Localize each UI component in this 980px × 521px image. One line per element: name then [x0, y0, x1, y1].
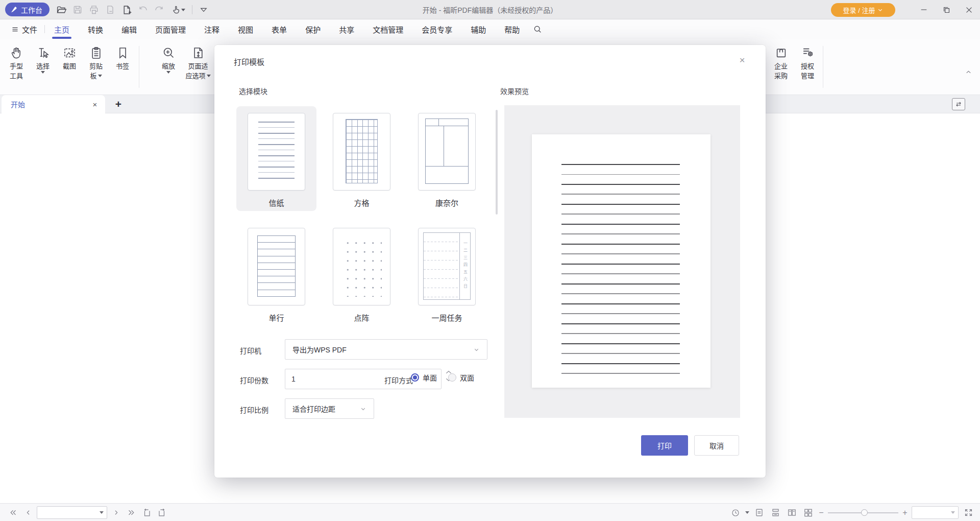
- tab-comment[interactable]: 注释: [195, 19, 229, 39]
- tab-assist[interactable]: 辅助: [461, 19, 495, 39]
- clipboard-button[interactable]: 剪贴 板: [83, 44, 109, 81]
- enterprise-purchase-button[interactable]: 企业 采购: [768, 44, 794, 81]
- tab-help[interactable]: 帮助: [495, 19, 529, 39]
- facing-continuous-view-icon[interactable]: [801, 506, 815, 519]
- tab-view[interactable]: 视图: [229, 19, 262, 39]
- snapshot-button[interactable]: 截图: [56, 44, 83, 71]
- template-weekly-tasks[interactable]: 一二三四五六日 一周任务: [407, 221, 487, 326]
- radio-double-sided[interactable]: 双面: [448, 372, 474, 383]
- restore-button[interactable]: [935, 0, 958, 19]
- template-letter-thumbnail: [248, 113, 305, 191]
- print-button[interactable]: 打印: [641, 435, 688, 456]
- tab-form[interactable]: 表单: [262, 19, 296, 39]
- previous-page-icon[interactable]: [21, 506, 35, 519]
- copy-page-icon[interactable]: [102, 2, 118, 18]
- next-view-icon[interactable]: [155, 506, 168, 519]
- quick-access-toolbar: [53, 0, 212, 19]
- print-icon[interactable]: [86, 2, 102, 18]
- tab-edit[interactable]: 编辑: [112, 19, 146, 39]
- add-tab-button[interactable]: +: [111, 97, 126, 111]
- collapse-ribbon-icon[interactable]: [965, 68, 972, 76]
- license-gear-icon: [801, 44, 815, 61]
- login-register-button[interactable]: 登录 / 注册: [831, 3, 895, 17]
- previous-view-icon[interactable]: [140, 506, 153, 519]
- zoom-level-combo[interactable]: [912, 506, 959, 519]
- menu-file[interactable]: 文件: [0, 19, 44, 39]
- zoom-slider[interactable]: [828, 506, 898, 519]
- first-page-icon[interactable]: [6, 506, 19, 519]
- save-icon[interactable]: [69, 2, 86, 18]
- scale-select[interactable]: 适合打印边距: [285, 398, 374, 419]
- hand-tool-button[interactable]: 手型 工具: [3, 44, 30, 81]
- next-page-icon[interactable]: [109, 506, 122, 519]
- zoom-combo-arrow: [951, 511, 955, 514]
- tab-protect[interactable]: 保护: [296, 19, 330, 39]
- search-icon[interactable]: [529, 19, 546, 39]
- history-caret[interactable]: [745, 511, 749, 514]
- login-label: 登录 / 注册: [843, 5, 875, 15]
- view-zoom-controls: − +: [729, 504, 975, 521]
- preview-ruled-lines: [561, 164, 680, 378]
- printer-select[interactable]: 导出为WPS PDF: [285, 339, 487, 360]
- template-letter[interactable]: 信纸: [236, 106, 316, 211]
- radio-single-sided[interactable]: 单面: [411, 372, 437, 383]
- zoom-tool-button[interactable]: 缩放: [155, 44, 182, 74]
- zoom-caret: [166, 71, 170, 74]
- customize-toolbar-icon[interactable]: [195, 2, 212, 18]
- zoom-slider-thumb[interactable]: [861, 509, 868, 516]
- template-single-line[interactable]: 单行: [236, 221, 316, 326]
- continuous-view-icon[interactable]: [769, 506, 782, 519]
- single-page-view-icon[interactable]: [752, 506, 766, 519]
- history-clock-icon[interactable]: [729, 506, 742, 519]
- template-dot-matrix-thumbnail: [333, 228, 390, 305]
- zoom-in-icon[interactable]: +: [901, 508, 909, 517]
- hamburger-icon: [11, 26, 19, 33]
- select-tool-button[interactable]: 选择: [30, 44, 56, 74]
- printer-select-chevron: [473, 346, 480, 353]
- undo-icon[interactable]: [135, 2, 151, 18]
- template-weekly-thumbnail: 一二三四五六日: [418, 228, 476, 305]
- template-dot-matrix[interactable]: 点阵: [322, 221, 402, 326]
- tab-share[interactable]: 共享: [330, 19, 363, 39]
- tab-start[interactable]: 开始 ×: [2, 95, 105, 113]
- print-method-radios: 单面 双面: [411, 372, 474, 383]
- tab-doc-manage[interactable]: 文档管理: [363, 19, 412, 39]
- tab-page-manage[interactable]: 页面管理: [146, 19, 195, 39]
- hand-click-tool-icon[interactable]: [167, 2, 189, 18]
- fullscreen-icon[interactable]: [962, 506, 975, 519]
- last-page-icon[interactable]: [125, 506, 138, 519]
- close-window-button[interactable]: [958, 0, 980, 19]
- open-folder-icon[interactable]: [53, 2, 69, 18]
- template-scrollbar[interactable]: [496, 110, 498, 215]
- license-manage-button[interactable]: 授权 管理: [794, 44, 821, 81]
- page-fit-caret: [207, 75, 211, 77]
- tab-home[interactable]: 主页: [45, 19, 79, 39]
- hand-tool-icon: [10, 44, 23, 61]
- login-chevron-icon: [877, 7, 883, 13]
- modules-heading: 选择模块: [239, 86, 267, 96]
- page-number-combo[interactable]: [37, 506, 107, 519]
- redo-icon[interactable]: [151, 2, 167, 18]
- ribbon-tools-right: 企业 采购 授权 管理: [768, 44, 821, 81]
- zoom-out-icon[interactable]: −: [818, 508, 825, 517]
- workbench-button[interactable]: 工作台: [5, 3, 50, 16]
- minimize-button[interactable]: [913, 0, 935, 19]
- tab-convert[interactable]: 转换: [79, 19, 112, 39]
- swap-panel-icon[interactable]: [952, 98, 965, 110]
- method-label: 打印方式: [384, 375, 413, 385]
- dialog-close-icon[interactable]: ×: [734, 52, 750, 68]
- new-document-icon[interactable]: [118, 2, 135, 18]
- scale-select-chevron: [360, 406, 366, 412]
- template-grid-squares[interactable]: 方格: [322, 106, 402, 211]
- template-single-line-thumbnail: [248, 228, 305, 305]
- template-cornell[interactable]: 康奈尔: [407, 106, 487, 211]
- toolbar-divider: [192, 5, 192, 14]
- tab-member[interactable]: 会员专享: [412, 19, 461, 39]
- page-fit-button[interactable]: 页面适 应选项: [182, 44, 214, 81]
- shopping-bag-icon: [774, 44, 788, 61]
- bookmark-button[interactable]: 书签: [109, 44, 136, 71]
- cancel-button[interactable]: 取消: [694, 435, 739, 456]
- tab-close-icon[interactable]: ×: [88, 97, 102, 111]
- ribbon-tools-left: 手型 工具 选择 截图 剪贴 板: [3, 44, 241, 81]
- facing-view-icon[interactable]: [785, 506, 798, 519]
